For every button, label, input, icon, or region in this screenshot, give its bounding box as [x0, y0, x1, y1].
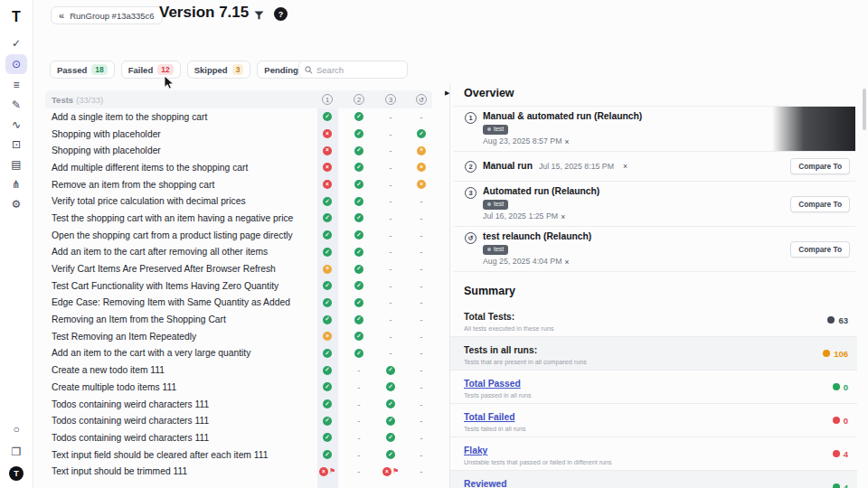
passed-status-icon: ✓ [323, 230, 332, 239]
test-row[interactable]: Add multiple different items to the shop… [45, 159, 432, 176]
run-column-3-icon[interactable]: 3 [385, 94, 396, 105]
test-row[interactable]: Test Cart Functionality with Items Havin… [45, 277, 432, 295]
status-cell: ✓ [317, 298, 337, 307]
remove-run-icon[interactable]: × [561, 212, 565, 221]
test-row[interactable]: Remove an item from the shopping cart×✓-… [45, 176, 432, 193]
empty-dash: - [389, 314, 392, 324]
filter-skipped-button[interactable]: Skipped3 [187, 61, 251, 79]
summary-link[interactable]: Total Failed [464, 412, 514, 422]
test-row[interactable]: Todos containing weird characters 111✓-✓… [45, 396, 432, 413]
test-row[interactable]: Edge Case: Removing Item with Same Quant… [45, 295, 432, 312]
compare-to-button[interactable]: Compare To [790, 241, 850, 258]
test-name: Create multiple todo items 111 [45, 382, 176, 392]
test-row[interactable]: Test the shopping cart with an item havi… [45, 210, 432, 227]
run-item[interactable]: 3Automated run (Relaunch)testJul 16, 202… [454, 182, 855, 227]
status-cell: - [381, 129, 401, 139]
branch-icon[interactable]: ⋔ [5, 175, 27, 193]
test-row[interactable]: Add an item to the cart with a very larg… [45, 345, 432, 362]
runs-icon[interactable]: ⊙ [5, 54, 27, 74]
remove-run-icon[interactable]: × [565, 258, 570, 267]
test-row[interactable]: Verify Cart Items Are Preserved After Br… [45, 260, 432, 277]
status-cell: - [411, 230, 431, 240]
passed-status-icon: ✓ [417, 129, 426, 138]
filter-failed-button[interactable]: Failed12 [121, 61, 181, 79]
test-row[interactable]: Removing an Item from the Shopping Cart✓… [45, 311, 432, 328]
run-column-2-icon[interactable]: 2 [354, 94, 364, 105]
test-row[interactable]: Verify total price calculation with deci… [45, 192, 432, 210]
remove-run-icon[interactable]: × [565, 137, 570, 146]
settings-icon[interactable]: ⚙ [5, 195, 27, 213]
test-row[interactable]: Create multiple todo items 111✓-✓- [45, 379, 432, 396]
empty-dash: - [420, 281, 422, 291]
summary-link[interactable]: Reviewed [464, 479, 507, 488]
run-item[interactable]: 1Manual & automated run (Relaunch)testAu… [454, 107, 855, 152]
app-logo[interactable]: T [12, 7, 21, 31]
test-row[interactable]: Todos containing weird characters 111✓-✓… [45, 429, 432, 446]
summary-value: 4 [833, 483, 848, 488]
check-icon[interactable]: ✓ [5, 34, 27, 52]
search-input[interactable] [316, 65, 401, 75]
filter-label: Pending [264, 65, 297, 75]
summary-row: FlakyUnstable tests that passed or faile… [450, 437, 857, 471]
empty-dash: - [420, 450, 422, 460]
summary-link[interactable]: Flaky [464, 446, 487, 455]
compare-to-button[interactable]: Compare To [790, 196, 850, 212]
filter-passed-button[interactable]: Passed18 [50, 61, 115, 79]
test-name: Removing an Item from the Shopping Cart [45, 314, 226, 324]
failed-status-icon: × [323, 163, 332, 172]
test-name: Text input should be trimmed 111 [45, 466, 187, 476]
test-row[interactable]: Add a single item to the shopping cart✓✓… [45, 108, 432, 126]
tag-badge: test [483, 125, 508, 135]
passed-status-icon: ✓ [323, 382, 332, 391]
run-item[interactable]: 2Manual runJul 15, 2025 8:15 PM×Compare … [454, 152, 855, 182]
filter-funnel-icon[interactable] [251, 8, 266, 23]
status-cell: × [317, 146, 337, 155]
run-number-icon: ↺ [465, 232, 476, 244]
test-row[interactable]: Todos containing weird characters 111✓-✓… [45, 412, 432, 429]
skipped-status-icon: » [417, 146, 426, 155]
pen-icon[interactable]: ✎ [5, 96, 27, 114]
status-cell: - [411, 281, 431, 291]
empty-dash: - [389, 112, 392, 122]
search-icon [305, 61, 313, 78]
docs-icon[interactable]: ▤ [5, 155, 27, 174]
tag-dot-icon [487, 202, 491, 206]
run-column-1-icon[interactable]: 1 [322, 94, 333, 105]
compare-to-button[interactable]: Compare To [790, 158, 850, 174]
value-dot-icon [833, 450, 840, 457]
passed-status-icon: ✓ [323, 248, 332, 257]
run-item[interactable]: ↺test relaunch (Relaunch)testAug 25, 202… [454, 227, 855, 272]
list-icon[interactable]: ≡ [5, 76, 27, 94]
status-cell: - [411, 382, 431, 392]
empty-dash: - [357, 416, 360, 426]
remove-run-icon[interactable]: × [623, 162, 627, 171]
run-column-4-icon[interactable]: ↺ [416, 94, 427, 105]
scrollbar-thumb[interactable] [863, 89, 866, 130]
sidebar-bottom-nav: ○❐T [5, 421, 27, 488]
test-row[interactable]: Test Removing an Item Repeatedly»✓-- [45, 328, 432, 345]
test-row[interactable]: Shopping with placeholder×✓-✓ [45, 126, 432, 143]
summary-link[interactable]: Total Passed [464, 379, 521, 389]
test-row[interactable]: Text input should be trimmed 111×⚑-×⚑- [45, 463, 432, 480]
test-row[interactable]: Text input field should be cleared after… [45, 446, 432, 464]
help-button[interactable]: ? [274, 7, 288, 21]
summary-label: Total Tests: [464, 312, 514, 322]
status-cell: ✓ [411, 129, 431, 138]
panel-collapse-toggle[interactable]: ▶ [445, 89, 449, 97]
theme-toggle-icon[interactable]: T [9, 466, 24, 481]
test-name: Shopping with placeholder [45, 129, 161, 139]
test-row[interactable]: Add an item to the cart after removing a… [45, 244, 432, 261]
inbox-icon[interactable]: ⊡ [5, 136, 27, 154]
library-icon[interactable]: ❐ [5, 444, 27, 460]
test-row[interactable]: Open the shopping cart from a product li… [45, 227, 432, 244]
test-name: Test the shopping cart with an item havi… [45, 213, 293, 223]
empty-dash: - [420, 247, 422, 257]
test-row[interactable]: Shopping with placeholder×✓-» [45, 142, 432, 159]
analytics-icon[interactable]: ∿ [5, 116, 27, 134]
empty-dash: - [420, 332, 422, 342]
test-row[interactable]: Create a new todo item 111✓-✓- [45, 361, 432, 379]
run-date: Jul 16, 2025 1:25 PM [483, 211, 558, 221]
status-cell: - [349, 450, 369, 460]
circle-icon[interactable]: ○ [5, 421, 27, 437]
rungroup-back-button[interactable]: « RunGroup #13a335c6 [51, 6, 163, 24]
